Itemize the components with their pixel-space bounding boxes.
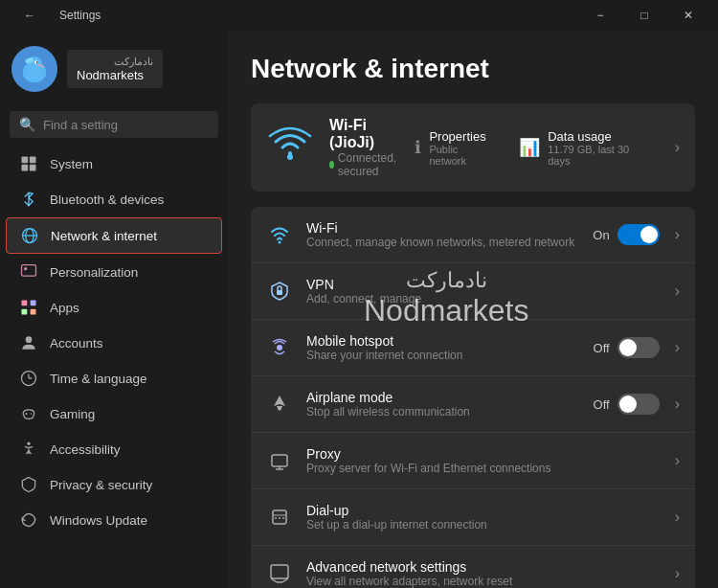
wifi-setting-icon: [266, 221, 293, 248]
wifi-big-icon: [266, 124, 314, 171]
dialup-chevron: ›: [675, 509, 680, 526]
page-title: Network & internet: [251, 54, 695, 84]
svg-rect-28: [277, 290, 282, 295]
airplane-toggle-label: Off: [594, 397, 610, 412]
sidebar-item-time[interactable]: Time & language: [6, 361, 222, 396]
windows_update-label: Windows Update: [50, 513, 147, 528]
hotspot-text: Mobile hotspotShare your internet connec…: [306, 333, 580, 362]
close-button[interactable]: ✕: [666, 0, 710, 31]
maximize-button[interactable]: □: [622, 0, 666, 31]
svg-point-18: [26, 336, 33, 343]
setting-item-hotspot[interactable]: Mobile hotspotShare your internet connec…: [251, 320, 695, 376]
svg-point-35: [275, 517, 277, 519]
wifi-control[interactable]: On›: [593, 224, 680, 245]
svg-point-26: [287, 154, 293, 160]
sidebar-item-accessibility[interactable]: Accessibility: [6, 432, 222, 466]
profile-name[interactable]: نادمارکت Nodmarkets: [67, 50, 163, 88]
bluetooth-icon: [19, 190, 38, 209]
airplane-toggle-knob: [619, 396, 637, 413]
setting-item-airplane[interactable]: Airplane modeStop all wireless communica…: [251, 376, 695, 433]
search-box[interactable]: 🔍: [10, 111, 218, 138]
svg-rect-14: [22, 301, 28, 306]
setting-item-wifi[interactable]: Wi-FiConnect, manage known networks, met…: [251, 207, 695, 263]
app-layout: نادمارکت Nodmarkets 🔍 SystemBluetooth & …: [0, 31, 718, 588]
dialup-subtitle: Set up a dial-up internet connection: [306, 518, 654, 531]
properties-prop[interactable]: ℹ Properties Public network: [415, 129, 496, 167]
svg-rect-30: [272, 455, 287, 466]
sidebar-item-network[interactable]: Network & internet➢: [6, 217, 222, 254]
hotspot-title: Mobile hotspot: [306, 333, 580, 349]
accessibility-icon: [19, 440, 38, 459]
advanced-setting-icon: [266, 560, 293, 587]
wifi-toggle-knob: [640, 226, 658, 243]
airplane-setting-icon: [266, 391, 293, 418]
airplane-chevron: ›: [675, 396, 680, 413]
back-button[interactable]: ←: [8, 0, 52, 31]
svg-rect-17: [31, 309, 36, 315]
wifi-name: Wi-Fi (JioJi): [329, 117, 399, 151]
dialup-title: Dial-up: [306, 503, 654, 518]
advanced-control[interactable]: ›: [667, 565, 680, 582]
data-usage-prop[interactable]: 📊 Data usage 11.79 GB, last 30 days: [519, 129, 651, 167]
wifi-info: Wi-Fi (JioJi) Connected, secured: [329, 117, 399, 178]
settings-list: Wi-FiConnect, manage known networks, met…: [251, 207, 695, 588]
svg-point-4: [36, 61, 38, 63]
wifi-toggle[interactable]: [617, 224, 660, 245]
hotspot-control[interactable]: Off›: [594, 337, 680, 358]
svg-rect-8: [30, 165, 36, 171]
sidebar-item-apps[interactable]: Apps: [6, 290, 222, 325]
hotspot-subtitle: Share your internet connection: [306, 349, 580, 362]
network-label: Network & internet: [51, 229, 157, 243]
setting-item-vpn[interactable]: VPNAdd, connect, manage›: [251, 263, 695, 320]
svg-rect-5: [22, 157, 29, 164]
proxy-control[interactable]: ›: [667, 452, 680, 469]
advanced-title: Advanced network settings: [306, 559, 654, 575]
airplane-control[interactable]: Off›: [594, 394, 680, 415]
gaming-label: Gaming: [50, 407, 95, 421]
sidebar-item-accounts[interactable]: Accounts: [6, 326, 222, 360]
proxy-chevron: ›: [675, 452, 680, 469]
privacy-icon: [19, 475, 38, 494]
svg-point-27: [279, 241, 281, 244]
advanced-subtitle: View all network adapters, network reset: [306, 575, 654, 588]
setting-item-proxy[interactable]: ProxyProxy server for Wi-Fi and Ethernet…: [251, 433, 695, 489]
system-icon: [19, 154, 38, 173]
sidebar-item-privacy[interactable]: Privacy & security: [6, 467, 222, 502]
sidebar-item-windows_update[interactable]: Windows Update: [6, 503, 222, 537]
sidebar-item-bluetooth[interactable]: Bluetooth & devices: [6, 182, 222, 216]
setting-item-dialup[interactable]: Dial-upSet up a dial-up internet connect…: [251, 489, 695, 546]
windows_update-icon: [19, 510, 38, 530]
banner-chevron: ›: [675, 139, 680, 156]
sidebar: نادمارکت Nodmarkets 🔍 SystemBluetooth & …: [0, 31, 228, 588]
hotspot-toggle-label: Off: [594, 341, 610, 355]
svg-point-13: [24, 267, 27, 270]
search-input[interactable]: [43, 118, 209, 132]
airplane-toggle[interactable]: [617, 394, 660, 415]
personalization-label: Personalization: [50, 265, 138, 280]
setting-item-advanced[interactable]: Advanced network settingsView all networ…: [251, 546, 695, 588]
svg-point-37: [282, 517, 284, 519]
sidebar-item-gaming[interactable]: Gaming: [6, 396, 222, 431]
search-icon: 🔍: [19, 117, 35, 132]
wifi-text: Wi-FiConnect, manage known networks, met…: [306, 220, 579, 249]
wifi-status: Connected, secured: [329, 151, 399, 178]
dialup-text: Dial-upSet up a dial-up internet connect…: [306, 503, 654, 531]
accessibility-label: Accessibility: [50, 442, 121, 457]
svg-rect-16: [22, 309, 28, 315]
sidebar-item-personalization[interactable]: Personalization: [6, 255, 222, 289]
svg-point-29: [277, 345, 282, 351]
wifi-banner[interactable]: Wi-Fi (JioJi) Connected, secured ℹ Prope…: [251, 103, 695, 192]
wifi-chevron: ›: [675, 226, 680, 243]
svg-point-36: [279, 517, 280, 519]
svg-rect-38: [271, 565, 288, 578]
svg-rect-12: [22, 265, 36, 277]
hotspot-toggle[interactable]: [617, 337, 660, 358]
svg-point-25: [27, 442, 30, 445]
vpn-chevron: ›: [675, 283, 680, 300]
vpn-control[interactable]: ›: [667, 283, 680, 300]
minimize-button[interactable]: −: [578, 0, 622, 31]
dialup-control[interactable]: ›: [667, 509, 680, 526]
time-icon: [19, 369, 38, 388]
airplane-subtitle: Stop all wireless communication: [306, 405, 580, 418]
sidebar-item-system[interactable]: System: [6, 147, 222, 181]
